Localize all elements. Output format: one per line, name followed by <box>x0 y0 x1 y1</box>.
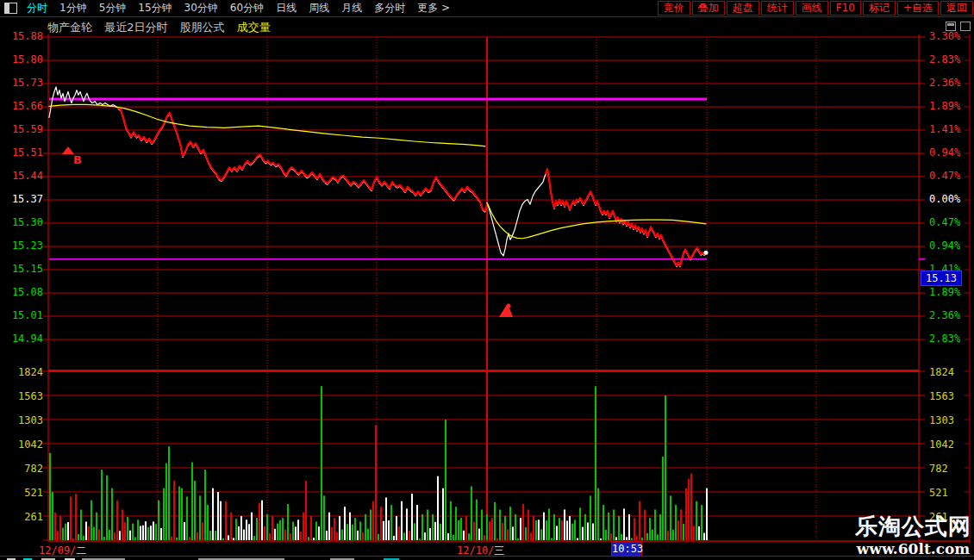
watermark-site-name: 乐淘公式网 <box>855 512 971 542</box>
volume-axis-label-left: 1042 <box>0 439 43 451</box>
top-button-3[interactable]: 统计 <box>761 1 794 16</box>
menu-item-10[interactable]: 更多 > <box>417 1 450 16</box>
percent-axis-label: 0.47% <box>929 170 960 182</box>
top-button-8[interactable]: 返回 <box>940 1 973 16</box>
menu-item-6[interactable]: 日线 <box>276 1 297 16</box>
stock-name: 物产金轮 <box>47 21 92 34</box>
price-axis-label: 15.01 <box>0 309 43 321</box>
period-menu: 分时1分钟5分钟15分钟30分钟60分钟日线周线月线多分时更多 > <box>21 1 456 16</box>
volume-axis-label-right: 1824 <box>929 366 954 378</box>
price-axis-label: 15.51 <box>0 146 43 159</box>
price-axis-label: 15.88 <box>0 30 43 42</box>
percent-axis-label: 3.30% <box>929 30 960 42</box>
top-button-5[interactable]: F10 <box>830 1 861 16</box>
watermark: 乐淘公式网 www.60lt.com <box>855 512 971 557</box>
top-menubar: 分时1分钟5分钟15分钟30分钟60分钟日线周线月线多分时更多 > 竞价叠加超盘… <box>0 0 974 17</box>
menu-item-5[interactable]: 60分钟 <box>230 1 264 16</box>
price-axis-label: 15.37 <box>0 193 43 205</box>
volume-axis-label-left: 521 <box>0 487 43 499</box>
volume-axis-label-right: 1563 <box>929 390 954 402</box>
percent-axis-label: 0.94% <box>929 240 960 252</box>
volume-axis-label-left: 1824 <box>0 366 43 378</box>
top-button-4[interactable]: 画线 <box>796 1 828 16</box>
menu-item-4[interactable]: 30分钟 <box>184 1 218 16</box>
volume-axis-label-right: 782 <box>929 463 948 475</box>
percent-axis-label: 2.36% <box>929 309 960 321</box>
percent-axis-label: 1.41% <box>929 123 960 135</box>
price-axis-label: 15.44 <box>0 170 43 182</box>
title-window-icons <box>941 22 971 31</box>
maximize-icon[interactable] <box>960 22 971 31</box>
volume-axis-label-left: 261 <box>0 511 43 523</box>
menu-item-1[interactable]: 1分钟 <box>59 1 87 16</box>
top-button-6[interactable]: 标记 <box>863 1 896 16</box>
price-axis-label: 15.30 <box>0 216 43 228</box>
price-axis-label: 15.66 <box>0 100 43 112</box>
volume-axis-label-left: 782 <box>0 463 43 475</box>
percent-axis-label: 2.36% <box>929 77 960 89</box>
layout-icon[interactable] <box>4 3 17 14</box>
volume-axis-label-left: 1563 <box>0 390 43 402</box>
chart-canvas[interactable]: B <box>0 0 974 560</box>
menu-item-3[interactable]: 15分钟 <box>138 1 172 16</box>
menu-item-7[interactable]: 周线 <box>309 1 329 16</box>
menu-item-9[interactable]: 多分时 <box>374 1 405 16</box>
price-axis-label: 15.80 <box>0 53 43 65</box>
current-time-badge: 10:53 <box>611 541 642 557</box>
top-button-1[interactable]: 叠加 <box>692 1 725 16</box>
top-button-0[interactable]: 竞价 <box>658 1 690 16</box>
price-axis-label: 15.15 <box>0 263 43 275</box>
formula-label: 股朋公式 <box>180 21 225 34</box>
price-axis-label: 15.08 <box>0 286 43 298</box>
svg-text:B: B <box>73 153 82 166</box>
statusbar-cutoff <box>0 556 974 560</box>
percent-axis-label: 2.83% <box>929 53 960 65</box>
top-button-2[interactable]: 超盘 <box>727 1 759 16</box>
volume-axis-label-left: 1303 <box>0 414 43 426</box>
chart-title-row: 物产金轮 最近2日分时 股朋公式 成交量 <box>47 20 279 35</box>
action-menu: 竞价叠加超盘统计画线F10标记+自选返回 <box>656 1 973 16</box>
watermark-site-url: www.60lt.com <box>855 540 971 557</box>
period-label: 最近2日分时 <box>104 21 167 34</box>
menu-item-0[interactable]: 分时 <box>27 1 47 16</box>
price-axis-label: 15.23 <box>0 240 43 252</box>
volume-axis-label-right: 1303 <box>929 414 954 426</box>
trading-app-window: 分时1分钟5分钟15分钟30分钟60分钟日线周线月线多分时更多 > 竞价叠加超盘… <box>0 0 974 560</box>
top-button-7[interactable]: +自选 <box>897 1 939 16</box>
menu-item-2[interactable]: 5分钟 <box>99 1 127 16</box>
price-axis-label: 14.94 <box>0 333 43 345</box>
time-axis: 12/09/二 12/10/三 10:53 <box>0 543 974 556</box>
current-price-badge: 15.13 <box>921 271 962 286</box>
volume-axis-label-right: 521 <box>929 487 948 499</box>
volume-axis-label-right: 1042 <box>929 439 954 451</box>
percent-axis-label: 1.89% <box>929 286 960 298</box>
percent-axis-label: 0.47% <box>929 216 960 228</box>
indicator-label[interactable]: 成交量 <box>237 21 271 34</box>
price-axis-label: 15.73 <box>0 77 43 89</box>
percent-axis-label: 0.00% <box>929 193 960 205</box>
menu-item-8[interactable]: 月线 <box>341 1 362 16</box>
percent-axis-label: 1.89% <box>929 100 960 112</box>
percent-axis-label: 0.94% <box>929 146 960 159</box>
panel-icon[interactable] <box>946 22 956 31</box>
price-axis-label: 15.59 <box>0 123 43 135</box>
percent-axis-label: 2.83% <box>929 333 960 345</box>
